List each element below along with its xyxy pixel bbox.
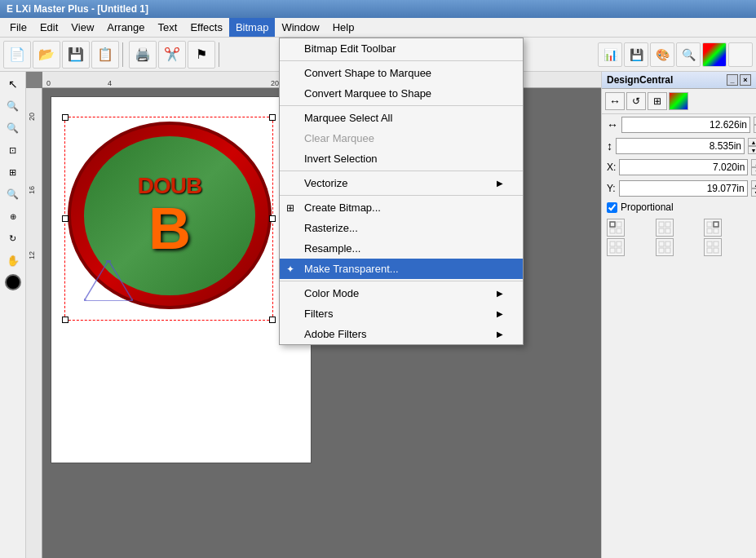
handle-top-right[interactable] [269,114,276,121]
tool-zoom-area[interactable]: ⊞ [2,162,24,183]
vectorize-arrow: ▶ [497,179,503,188]
toolbar-right-2[interactable]: 💾 [624,42,648,67]
panel-tool-1[interactable]: ↔ [605,92,625,110]
y-input[interactable] [619,180,748,197]
save-button[interactable]: 💾 [62,41,90,69]
ruler-tick-v-20: 20 [28,113,36,121]
panel-tool-4[interactable] [669,92,688,110]
height-up[interactable]: ▲ [748,138,756,146]
x-field: X: ▲ ▼ [602,157,756,178]
toolbar-right-1[interactable]: 📊 [598,42,622,67]
new-button[interactable]: 📄 [3,41,31,69]
menu-window[interactable]: Window [275,18,325,37]
svg-rect-8 [617,228,621,233]
menu-help[interactable]: Help [326,18,361,37]
menu-file[interactable]: File [3,18,33,37]
y-field: Y: ▲ ▼ [602,178,756,199]
toolbar-right-5[interactable] [702,42,727,67]
ruler-tick-0: 0 [46,79,51,87]
bitmap-dropdown[interactable]: Bitmap Edit Toolbar Convert Shape to Mar… [279,38,524,345]
x-down[interactable]: ▼ [751,167,756,175]
anchor-tl[interactable] [607,219,625,237]
panel-controls: _ × [727,74,751,86]
dropdown-sep-4 [280,195,523,196]
svg-rect-10 [665,222,670,227]
menu-rasterize[interactable]: Rasterize... [280,218,523,238]
tool-zoom-custom[interactable]: ⊕ [2,206,24,227]
design-central-panel: DesignCentral _ × ↔ ↺ ⊞ ↔ ▲ ▼ ↕ ▲ [601,72,756,558]
tool-zoom-out[interactable]: 🔍 [2,117,24,139]
menu-convert-marquee-shape[interactable]: Convert Marquee to Shape [280,83,523,104]
menu-arrange[interactable]: Arrange [100,18,151,37]
title-bar: E LXi Master Plus - [Untitled 1] [0,0,756,18]
anchor-mr[interactable] [704,238,722,256]
menu-bitmap-edit-toolbar[interactable]: Bitmap Edit Toolbar [280,38,523,59]
cut-button[interactable]: ✂️ [158,41,186,69]
menu-adobe-filters[interactable]: Adobe Filters ▶ [280,324,523,344]
menu-effects[interactable]: Effects [183,18,229,37]
open-button[interactable]: 📂 [33,41,60,69]
tool-arrow[interactable]: ↖ [2,73,24,95]
ruler-tick-4: 4 [108,79,112,87]
menu-convert-shape-marquee[interactable]: Convert Shape to Marquee [280,63,523,83]
handle-top-left[interactable] [62,114,69,121]
x-input[interactable] [619,159,748,175]
panel-tool-2[interactable]: ↺ [626,92,646,110]
handle-middle-left[interactable] [62,215,69,222]
handle-bottom-right[interactable] [269,317,276,323]
menu-text[interactable]: Text [152,18,184,37]
proportional-checkbox[interactable] [607,202,617,213]
menu-color-mode[interactable]: Color Mode ▶ [280,283,523,303]
anchor-tc[interactable] [656,219,674,237]
x-up[interactable]: ▲ [751,159,756,167]
panel-minimize[interactable]: _ [727,74,738,86]
toolbar-right-3[interactable]: 🎨 [650,42,674,67]
toolbar-right-4[interactable]: 🔍 [676,42,701,67]
flag-button[interactable]: ⚑ [188,41,215,69]
menu-bitmap[interactable]: Bitmap [229,18,275,37]
menu-create-bitmap[interactable]: ⊞ Create Bitmap... [280,197,523,218]
tool-zoom-fit[interactable]: ⊡ [2,140,24,161]
anchor-grid [602,215,756,259]
menu-edit[interactable]: Edit [33,18,64,37]
menu-filters[interactable]: Filters ▶ [280,303,523,324]
svg-rect-17 [610,241,615,246]
menu-view[interactable]: View [64,18,100,37]
menu-marquee-select-all[interactable]: Marquee Select All [280,108,523,128]
ruler-tick-20: 20 [271,79,279,87]
svg-rect-5 [610,222,615,227]
handle-bottom-left[interactable] [62,317,69,323]
tool-pan[interactable]: 🔍 [2,184,24,205]
tool-rotate[interactable]: ↻ [2,228,24,249]
make-transparent-icon: ✦ [286,264,294,275]
y-up[interactable]: ▲ [751,180,756,188]
width-input[interactable] [621,117,750,133]
tool-zoom-in[interactable]: 🔍 [2,95,24,117]
svg-rect-14 [714,222,718,227]
y-down[interactable]: ▼ [751,188,756,197]
height-field: ↕ ▲ ▼ [602,135,756,157]
menu-resample[interactable]: Resample... [280,238,523,259]
panel-title: DesignCentral _ × [602,72,756,89]
panel-close-btn[interactable]: × [740,74,751,86]
anchor-ml[interactable] [607,238,625,256]
tool-hand[interactable]: ✋ [2,250,24,271]
menu-make-transparent[interactable]: ✦ Make Transparent... [280,259,523,279]
save-as-button[interactable]: 📋 [91,41,119,69]
filters-arrow: ▶ [497,309,503,318]
print-button[interactable]: 🖨️ [129,41,157,69]
white-canvas: DOUB B [51,96,312,463]
menu-invert-selection[interactable]: Invert Selection [280,148,523,169]
anchor-tr[interactable] [704,219,722,237]
tool-black-circle[interactable] [5,274,21,290]
handle-middle-right[interactable] [269,215,276,222]
svg-rect-26 [714,241,718,246]
svg-rect-27 [707,248,712,253]
panel-tool-3[interactable]: ⊞ [648,92,667,110]
svg-rect-25 [707,241,712,246]
height-down[interactable]: ▼ [748,146,756,154]
toolbar-right-6[interactable] [728,42,753,67]
anchor-mc[interactable] [656,238,674,256]
height-input[interactable] [616,138,745,154]
menu-vectorize[interactable]: Vectorize ▶ [280,173,523,193]
